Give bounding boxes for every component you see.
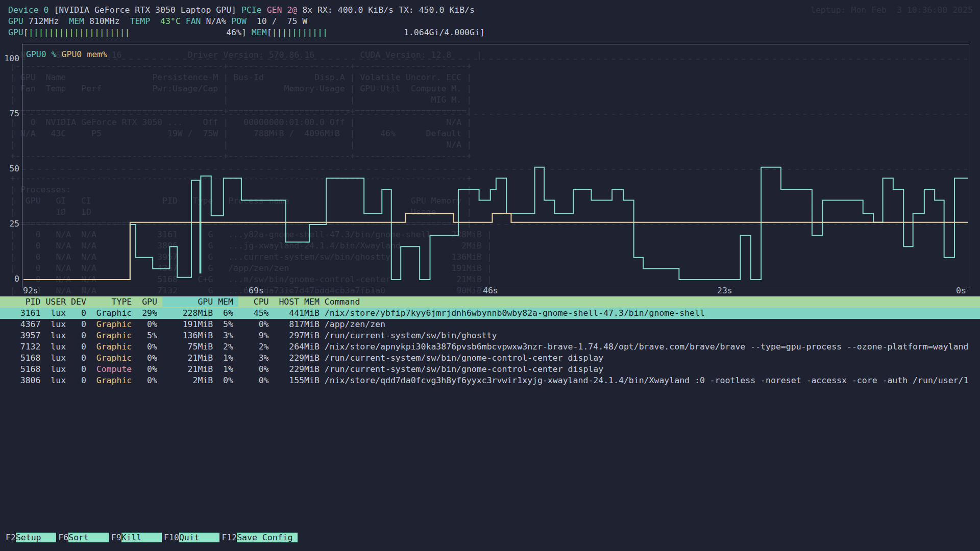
fkey-save-config[interactable]: F12Save Config: [222, 532, 298, 543]
process-table: PID USER DEV TYPE GPU GPU MEM CPU HOST M…: [0, 296, 980, 386]
process-row-5168[interactable]: 5168 lux 0 Compute 0% 21MiB 1% 0% 229MiB…: [0, 364, 980, 375]
chart-legend: GPU0 % GPU0 mem%: [26, 49, 107, 60]
process-row-7132[interactable]: 7132 lux 0 Graphic 0% 75MiB 2% 2% 264MiB…: [0, 341, 980, 353]
legend-gpu-mem: GPU0 mem%: [62, 49, 107, 60]
x-axis-tick: 23s: [717, 285, 732, 296]
device-info-line: Device 0 [NVIDIA GeForce RTX 3050 Laptop…: [8, 5, 475, 16]
x-axis-tick: 46s: [483, 285, 498, 296]
x-axis-tick: 0s: [956, 285, 966, 296]
y-axis-tick: 50: [0, 163, 19, 174]
fkey-setup[interactable]: F2Setup: [6, 532, 56, 543]
y-axis-tick: 100: [0, 53, 19, 64]
x-axis-tick: 69s: [249, 285, 264, 296]
process-table-header[interactable]: PID USER DEV TYPE GPU GPU MEM CPU HOST M…: [0, 296, 980, 308]
process-row-3806[interactable]: 3806 lux 0 Graphic 0% 2MiB 0% 0% 155MiB …: [0, 375, 980, 386]
sort-column-gpu-mem[interactable]: GPU MEM: [162, 297, 238, 307]
process-row-5168[interactable]: 5168 lux 0 Graphic 0% 21MiB 1% 3% 229MiB…: [0, 353, 980, 364]
legend-gpu-percent: GPU0 %: [26, 49, 57, 60]
ghost-clock-text: leptup: Mon Feb 3 10:36:00 2025: [811, 5, 973, 16]
fkey-quit[interactable]: F10Quit: [164, 532, 219, 543]
x-axis-tick: 92s: [23, 285, 38, 296]
utilization-chart: GPU0 % GPU0 mem%: [22, 44, 969, 288]
nvtop-terminal: | NVIDIA-SMI 570.86.16 Driver Version: 5…: [0, 0, 980, 551]
process-row-4367[interactable]: 4367 lux 0 Graphic 0% 191MiB 5% 0% 817Mi…: [0, 319, 980, 330]
y-axis-tick: 25: [0, 218, 19, 230]
y-axis-tick: 0: [0, 273, 19, 285]
process-row-3957[interactable]: 3957 lux 0 Graphic 5% 136MiB 3% 9% 297Mi…: [0, 330, 980, 341]
chart-plot: [22, 44, 968, 287]
process-row-3161[interactable]: 3161 lux 0 Graphic 29% 228MiB 6% 45% 441…: [0, 308, 980, 319]
fkey-kill[interactable]: F9Kill: [111, 532, 162, 543]
function-key-bar: F2Setup F6Sort F9Kill F10Quit F12Save Co…: [6, 532, 300, 543]
fkey-sort[interactable]: F6Sort: [58, 532, 109, 543]
clock-temp-power-line: GPU 712MHz MEM 810MHz TEMP 43°C FAN N/A%…: [8, 16, 307, 27]
y-axis-tick: 75: [0, 108, 19, 119]
gpu-mem-gauges: GPU[|||||||||||||||||||| 46%] MEM[||||||…: [8, 27, 485, 38]
